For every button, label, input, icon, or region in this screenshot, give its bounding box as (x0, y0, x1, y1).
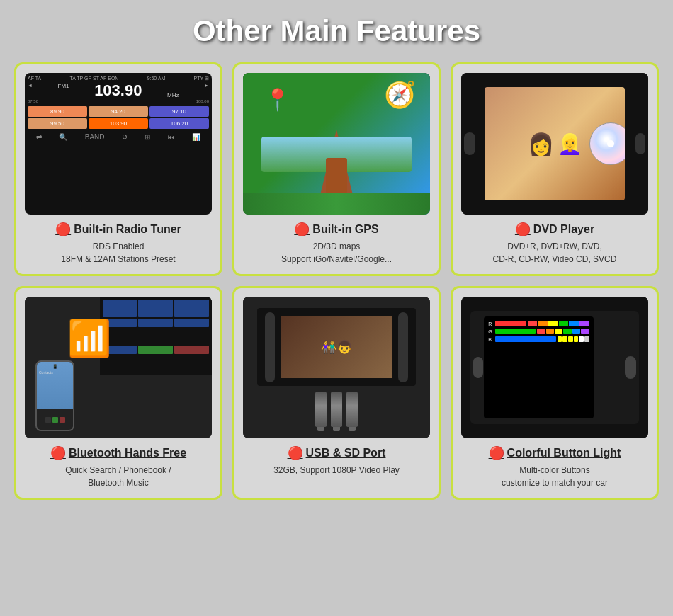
usb-desc: 32GB, Support 1080P Video Play (273, 464, 400, 477)
radio-bullet: 🔴 (55, 222, 71, 237)
radio-image: AF TA TA TP GP ST AF EON 9:50 AM PTY ⊞ ◄… (25, 73, 212, 215)
gps-bullet: 🔴 (294, 222, 310, 237)
feature-card-dvd: 👩 👱‍♀️ 🔴 DVD Player DVD±R, DVD±RW, DVD, … (451, 62, 659, 276)
colorlight-title: 🔴 Colorful Button Light (489, 445, 621, 461)
gps-title: 🔴 Built-in GPS (294, 222, 378, 237)
bluetooth-title: 🔴 Bluetooth Hands Free (50, 445, 186, 461)
features-grid: AF TA TA TP GP ST AF EON 9:50 AM PTY ⊞ ◄… (14, 62, 659, 500)
feature-card-colorlight: R G (451, 286, 659, 500)
page-title: Other Main Features (193, 14, 480, 48)
feature-card-gps: 📍 🧭 🔴 Built-in GPS 2D/3D maps Support iG… (232, 62, 441, 276)
feature-card-radio: AF TA TA TP GP ST AF EON 9:50 AM PTY ⊞ ◄… (14, 62, 222, 276)
gps-desc: 2D/3D maps Support iGo/Navitel/Google... (281, 240, 392, 266)
colorlight-image: R G (461, 297, 648, 438)
colorlight-desc: Multi-color Buttons customize to match y… (502, 464, 608, 489)
radio-title: 🔴 Built-in Radio Tuner (55, 222, 181, 237)
dvd-image: 👩 👱‍♀️ (461, 73, 648, 215)
dvd-title: 🔴 DVD Player (515, 222, 594, 237)
dvd-desc: DVD±R, DVD±RW, DVD, CD-R, CD-RW, Video C… (493, 240, 617, 266)
usb-bullet: 🔴 (288, 445, 303, 461)
colorlight-bullet: 🔴 (489, 445, 504, 461)
radio-desc: RDS Enabled 18FM & 12AM Stations Preset (61, 240, 175, 266)
dvd-bullet: 🔴 (515, 222, 531, 237)
bluetooth-bullet: 🔴 (50, 445, 66, 461)
usb-title: 🔴 USB & SD Port (288, 445, 386, 461)
bluetooth-waves-icon: 📶 (67, 318, 111, 359)
bluetooth-desc: Quick Search / Phonebook / Bluetooth Mus… (65, 464, 171, 489)
usb-image: 👫👦 (243, 297, 430, 438)
feature-card-bluetooth: 📱 Contacts 📶 🔴 Bluetooth Hands Free Quic… (14, 286, 222, 500)
feature-card-usb: 👫👦 🔴 USB & SD Port 32GB, Support 1080P V… (232, 286, 441, 500)
bluetooth-image: 📱 Contacts 📶 (25, 297, 212, 438)
gps-compass-icon: 🧭 (384, 80, 416, 110)
gps-image: 📍 🧭 (243, 73, 430, 215)
gps-pin-icon: 📍 (264, 87, 290, 112)
